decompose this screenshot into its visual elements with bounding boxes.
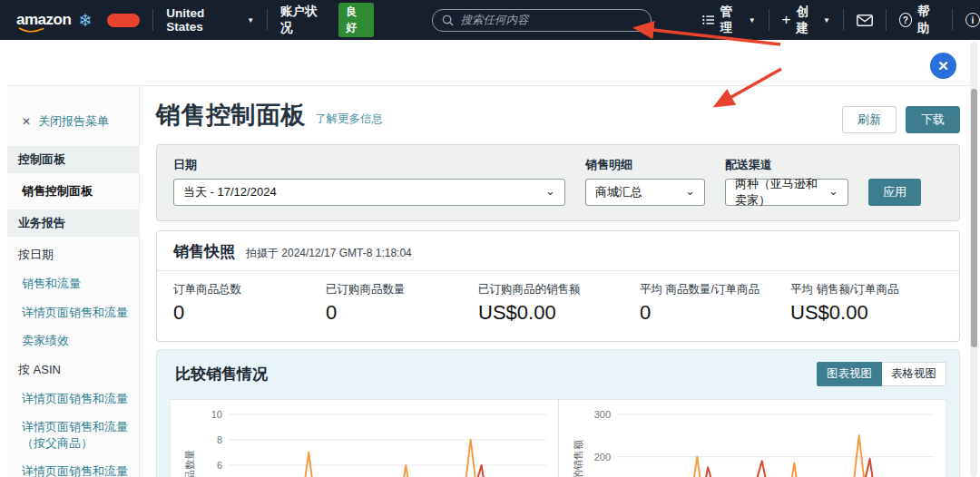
amazon-logo-text: amazon	[16, 11, 71, 28]
charts-row: 已订购商品数量1086420已订购商品的销售额3002001000	[170, 399, 946, 477]
divider	[843, 9, 844, 31]
help-button[interactable]: ? 帮助	[899, 4, 939, 36]
sidebar-item[interactable]: 详情页面销售和流量	[7, 385, 139, 414]
global-search[interactable]	[432, 9, 652, 32]
sidebar-menu: 控制面板销售控制面板业务报告按日期销售和流量详情页面销售和流量卖家绩效按 ASI…	[7, 146, 139, 477]
divider	[769, 9, 769, 31]
stat-label: 已订购商品数量	[326, 282, 478, 297]
filter-bar: 日期当天 - 17/12/2024⌄销售明细商城汇总⌄配送渠道两种（亚马逊和卖家…	[156, 144, 960, 221]
stat-value: 0	[326, 301, 478, 325]
manage-menu[interactable]: 管理 ▼	[702, 4, 756, 36]
learn-more-link[interactable]: 了解更多信息	[315, 112, 383, 127]
sidebar-item[interactable]: 详情页面销售和流量	[7, 298, 139, 327]
sidebar-subheader: 按 ASIN	[7, 355, 139, 385]
manage-label: 管理	[720, 4, 740, 36]
chevron-down-icon: ⌄	[685, 184, 695, 198]
marketplace-label: United States	[166, 6, 240, 34]
sidebar-item[interactable]: 详情页面销售和流量（按子商品）	[7, 457, 139, 477]
snapshot-stats-row: 订单商品总数0已订购商品数量0已订购商品的销售额US$0.00平均 商品数量/订…	[157, 271, 959, 341]
modal-header: ✕	[7, 45, 973, 86]
store-name-redacted	[107, 14, 140, 27]
refresh-button[interactable]: 刷新	[842, 106, 897, 133]
filter-label: 日期	[173, 157, 565, 173]
filter-label: 销售明细	[585, 157, 705, 173]
filter-selected-value: 商城汇总	[595, 184, 642, 200]
envelope-icon	[857, 15, 873, 26]
snapshot-stat: 已订购商品的销售额US$0.00	[478, 282, 640, 325]
modal-scrollbar[interactable]	[970, 42, 977, 477]
snapshot-stat: 平均 销售额/订单商品US$0.00	[790, 282, 943, 325]
chart-series-line	[233, 465, 546, 477]
filter-group: 配送渠道两种（亚马逊和卖家）⌄	[725, 157, 848, 206]
snapshot-title: 销售快照	[173, 241, 235, 262]
filter-group: 日期当天 - 17/12/2024⌄	[173, 157, 565, 206]
info-button[interactable]: i	[965, 13, 980, 27]
filter-select[interactable]: 当天 - 17/12/2024⌄	[173, 179, 565, 206]
divider	[952, 9, 953, 31]
stat-label: 已订购商品的销售额	[478, 282, 640, 297]
dashboard-main: 销售控制面板 了解更多信息 刷新 下载 日期当天 - 17/12/2024⌄销售…	[140, 86, 973, 477]
filter-select[interactable]: 两种（亚马逊和卖家）⌄	[725, 179, 848, 206]
chart-y-axis-label: 已订购商品的销售额	[571, 426, 584, 477]
snapshot-stat: 平均 商品数量/订单商品0	[640, 282, 790, 325]
sidebar-item[interactable]: 卖家绩效	[7, 326, 139, 355]
line-chart: 3002001000	[581, 407, 944, 477]
filter-group: 销售明细商城汇总⌄	[585, 157, 705, 206]
close-report-menu-link[interactable]: ✕ 关闭报告菜单	[7, 106, 139, 142]
modal-close-button[interactable]: ✕	[930, 53, 956, 79]
reports-sidebar: ✕ 关闭报告菜单 控制面板销售控制面板业务报告按日期销售和流量详情页面销售和流量…	[7, 86, 140, 477]
account-health-badge: 良好	[338, 3, 373, 37]
filter-selected-value: 两种（亚马逊和卖家）	[735, 176, 821, 209]
create-menu[interactable]: + 创建 ▼	[782, 4, 830, 36]
amazon-logo[interactable]: amazon	[16, 11, 71, 29]
chart-panel: 已订购商品数量1086420	[171, 400, 558, 477]
table-view-button[interactable]: 表格视图	[882, 362, 946, 386]
account-health-label: 账户状况	[280, 4, 326, 36]
sidebar-item-active[interactable]: 销售控制面板	[7, 177, 139, 206]
apply-button[interactable]: 应用	[868, 179, 921, 206]
snapshot-stat: 已订购商品数量0	[326, 282, 478, 325]
help-label: 帮助	[917, 4, 939, 36]
page-title: 销售控制面板	[156, 99, 306, 131]
top-navigation-bar: amazon ❄ United States ▼ 账户状况 良好	[0, 0, 980, 40]
list-icon	[702, 15, 715, 25]
scrollbar-thumb[interactable]	[971, 89, 977, 347]
info-icon: i	[965, 13, 980, 27]
chevron-down-icon: ▼	[247, 16, 254, 24]
amazon-smile-icon	[18, 27, 47, 34]
sidebar-section-header: 控制面板	[7, 146, 139, 173]
marketplace-switcher[interactable]: United States ▼	[166, 6, 254, 34]
divider	[886, 9, 887, 31]
stat-value: US$0.00	[478, 301, 640, 325]
sidebar-section-header: 业务报告	[7, 209, 139, 237]
chart-view-button[interactable]: 图表视图	[817, 362, 882, 386]
svg-text:10: 10	[211, 409, 222, 420]
svg-text:6: 6	[217, 460, 222, 471]
chevron-down-icon: ⌄	[545, 184, 555, 198]
svg-text:300: 300	[593, 409, 610, 420]
divider	[267, 9, 268, 31]
filter-select[interactable]: 商城汇总⌄	[585, 179, 705, 206]
svg-text:200: 200	[593, 452, 610, 462]
search-input[interactable]	[461, 14, 642, 26]
account-health[interactable]: 账户状况 良好	[280, 3, 373, 37]
sidebar-item[interactable]: 详情页面销售和流量（按父商品）	[7, 413, 139, 457]
chart-series-line	[233, 440, 546, 477]
stat-value: 0	[640, 301, 790, 325]
snapshot-timestamp: 拍摄于 2024/12/17 GMT-8 1:18:04	[246, 246, 412, 261]
close-icon: ✕	[937, 58, 949, 74]
stat-label: 订单商品总数	[173, 282, 326, 297]
line-chart: 1086420	[192, 407, 555, 477]
chevron-down-icon: ▼	[749, 16, 756, 24]
download-button[interactable]: 下载	[906, 106, 960, 133]
plus-icon: +	[782, 11, 791, 29]
sidebar-item[interactable]: 销售和流量	[7, 269, 139, 298]
stat-label: 平均 商品数量/订单商品	[640, 282, 790, 297]
compare-sales-card: 比较销售情况 图表视图 表格视图 已订购商品数量1086420已订购商品的销售额…	[156, 349, 960, 477]
reports-modal: ✕ ✕ 关闭报告菜单 控制面板销售控制面板业务报告按日期销售和流量详情页面销售和…	[7, 45, 973, 477]
snowflake-icon: ❄	[78, 10, 93, 31]
close-icon: ✕	[22, 115, 31, 128]
question-icon: ?	[899, 13, 912, 27]
chart-series-line	[622, 459, 935, 477]
messages-button[interactable]	[857, 15, 873, 26]
